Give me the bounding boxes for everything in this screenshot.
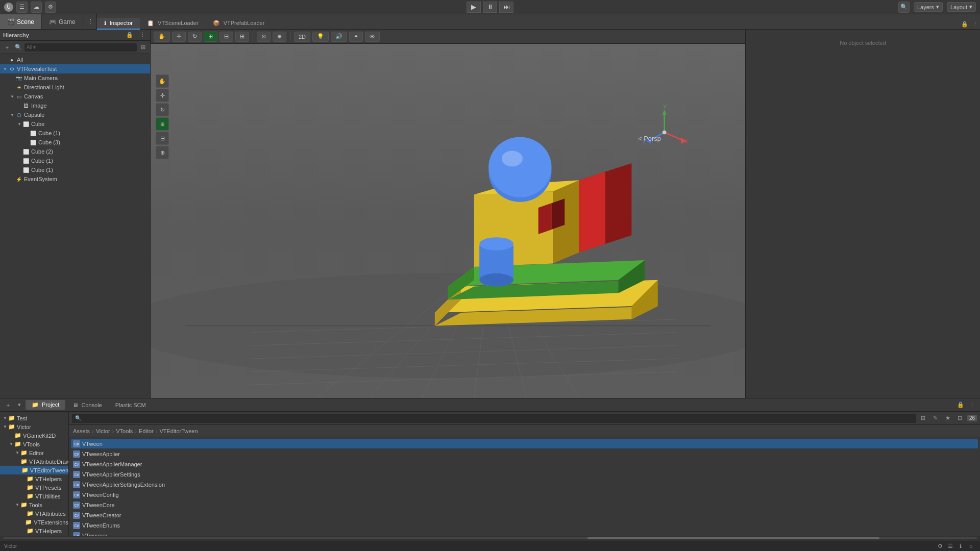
project-refresh-btn[interactable]: ⊞	[918, 413, 928, 423]
rotate-tool[interactable]: ↻	[188, 32, 202, 42]
file-item-9[interactable]: C#VTweener	[71, 531, 978, 536]
hierarchy-lock-btn[interactable]: 🔒	[125, 30, 135, 40]
hierarchy-item-vtrevealer[interactable]: ▼⚙VTRevealerTest	[0, 64, 150, 73]
rotate-left[interactable]: ↻	[156, 103, 169, 116]
breadcrumb-item-2[interactable]: VTools	[116, 428, 133, 434]
scene-tab-menu[interactable]: ⋮	[85, 16, 96, 28]
tab-console[interactable]: 🖥 Console	[66, 400, 108, 410]
hierarchy-item-dirlight[interactable]: ☀Directional Light	[0, 83, 150, 92]
status-settings-btn[interactable]: ⚙	[935, 541, 945, 552]
breadcrumb-item-3[interactable]: Editor	[139, 428, 154, 434]
project-tree-item-vteditor[interactable]: 📁VTEditorTween	[0, 466, 68, 474]
project-favorites-btn[interactable]: ★	[943, 413, 953, 423]
project-overflow-btn[interactable]: ⋮	[967, 400, 977, 410]
project-search[interactable]: 🔍	[72, 414, 916, 423]
tab-game[interactable]: 🎮 Game	[42, 14, 83, 29]
lighting-btn[interactable]: 💡	[312, 32, 329, 42]
transform-tool[interactable]: ⊞	[235, 32, 249, 42]
hierarchy-search-field[interactable]: All ▾	[24, 43, 137, 52]
hierarchy-add-btn[interactable]: +	[2, 42, 12, 53]
hand-tool-left[interactable]: ✋	[156, 74, 169, 88]
status-layers-btn[interactable]: ☰	[945, 541, 955, 552]
project-tree-item-vtutilities[interactable]: 📁VTUtilities	[0, 492, 68, 500]
project-tree-item-vtextensions[interactable]: 📁VTExtensions	[0, 518, 68, 527]
hierarchy-search-btn[interactable]: 🔍	[13, 42, 23, 53]
project-tree-item-vtattributes[interactable]: 📁VTAttributes	[0, 509, 68, 518]
rect-left[interactable]: ⊟	[156, 132, 169, 145]
hierarchy-item-cube2[interactable]: ⬜Cube (2)	[0, 147, 150, 156]
pivot-btn[interactable]: ⊙	[257, 32, 271, 42]
2d-btn[interactable]: 2D	[294, 32, 310, 42]
rect-tool[interactable]: ⊟	[219, 32, 233, 42]
tab-inspector[interactable]: ℹ Inspector	[97, 18, 140, 30]
file-item-5[interactable]: C#VTweenConfig	[71, 490, 978, 499]
file-item-2[interactable]: C#VTweenApplierManager	[71, 460, 978, 469]
hierarchy-item-cube_root[interactable]: ▼⬜Cube	[0, 119, 150, 129]
hierarchy-item-all[interactable]: ●All	[0, 55, 150, 64]
project-tree-item-vtattributedraw[interactable]: 📁VTAttributeDraw	[0, 457, 68, 466]
hierarchy-item-canvas[interactable]: ▼▭Canvas	[0, 92, 150, 101]
hierarchy-item-cube3[interactable]: ⬜Cube (3)	[0, 138, 150, 147]
project-tree-item-test[interactable]: ▼📁Test	[0, 414, 68, 422]
tab-project[interactable]: 📁 Project	[26, 400, 65, 410]
file-item-3[interactable]: C#VTweenApplierSettings	[71, 470, 978, 479]
status-progress-btn[interactable]: ○	[966, 541, 976, 552]
move-left[interactable]: ✛	[156, 89, 169, 102]
inspector-lock-btn[interactable]: 🔒	[960, 19, 970, 30]
global-btn[interactable]: ⊕	[273, 32, 286, 42]
search-btn[interactable]: 🔍	[898, 2, 910, 13]
hand-tool[interactable]: ✋	[154, 32, 170, 42]
settings-btn[interactable]: ⚙	[45, 2, 56, 13]
scene-view[interactable]: X Y Z < Persp ✋ ✛ ↻ ⊞ ⊟ ⊕	[151, 44, 745, 398]
scale-left[interactable]: ⊞	[156, 117, 169, 131]
file-item-0[interactable]: C#VTween	[71, 439, 978, 448]
audio-btn[interactable]: 🔊	[331, 32, 347, 42]
hierarchy-menu-btn[interactable]: ⋮	[137, 30, 147, 40]
project-tree-item-tools[interactable]: ▼📁Tools	[0, 500, 68, 509]
move-tool[interactable]: ✛	[172, 32, 186, 42]
pause-button[interactable]: ⏸	[483, 2, 497, 13]
project-tree-item-vgamekit2d[interactable]: 📁VGameKit2D	[0, 431, 68, 440]
project-tree-item-vtools[interactable]: ▼📁VTools	[0, 440, 68, 448]
tab-vtprefabloader[interactable]: 📦 VTPrefabLoader	[206, 18, 272, 30]
file-item-8[interactable]: C#VTweenEnums	[71, 521, 978, 530]
project-tree-item-vthelpers[interactable]: 📁VTHelpers	[0, 474, 68, 483]
project-tree-item-editor[interactable]: ▼📁Editor	[0, 448, 68, 457]
inspector-menu-btn[interactable]: ⋮	[970, 19, 980, 30]
project-tree-item-victor[interactable]: ▼📁Victor	[0, 422, 68, 431]
layers-dropdown[interactable]: Layers ▾	[914, 2, 943, 12]
hierarchy-item-cube1c[interactable]: ⬜Cube (1)	[0, 165, 150, 174]
hierarchy-filter-btn[interactable]: ⊞	[138, 42, 148, 53]
hierarchy-item-capsule[interactable]: ▼⬡Capsule	[0, 110, 150, 119]
file-item-6[interactable]: C#VTweenCore	[71, 500, 978, 510]
project-tree-item-vthelpers2[interactable]: 📁VTHelpers	[0, 527, 68, 535]
scale-tool[interactable]: ⊞	[204, 32, 217, 42]
hierarchy-item-maincamera[interactable]: 📷Main Camera	[0, 73, 150, 83]
hidden-btn[interactable]: 👁	[365, 32, 380, 42]
breadcrumb-item-0[interactable]: Assets	[73, 428, 90, 434]
file-item-1[interactable]: C#VTweenApplier	[71, 449, 978, 459]
project-add-btn[interactable]: +	[3, 400, 13, 410]
hamburger-btn[interactable]: ☰	[16, 2, 28, 13]
project-menu-btn[interactable]: ▾	[14, 400, 24, 410]
tab-scene[interactable]: 🎬 Scene	[0, 14, 42, 29]
unity-logo[interactable]: U	[4, 3, 13, 12]
tab-vtsceneloader[interactable]: 📋 VTSceneLoader	[140, 18, 206, 30]
hierarchy-item-image[interactable]: 🖼Image	[0, 101, 150, 110]
hierarchy-item-cube1b[interactable]: ⬜Cube (1)	[0, 156, 150, 165]
project-size-btn[interactable]: ⊡	[955, 413, 965, 423]
breadcrumb-item-4[interactable]: VTEditorTween	[159, 428, 198, 434]
fx-btn[interactable]: ✦	[349, 32, 363, 42]
hierarchy-item-eventsystem[interactable]: ⚡EventSystem	[0, 174, 150, 184]
tab-plasticscm[interactable]: Plastic SCM	[109, 400, 152, 410]
transform-left[interactable]: ⊕	[156, 146, 169, 159]
step-button[interactable]: ⏭	[499, 2, 513, 13]
status-info-btn[interactable]: ℹ	[955, 541, 966, 552]
file-item-4[interactable]: C#VTweenApplierSettingsExtension	[71, 480, 978, 489]
hierarchy-item-cube1[interactable]: ⬜Cube (1)	[0, 129, 150, 138]
project-filter-btn[interactable]: ✎	[930, 413, 941, 423]
project-lock-btn[interactable]: 🔒	[955, 400, 966, 410]
project-tree-item-vtpresets[interactable]: 📁VTPresets	[0, 483, 68, 492]
play-button[interactable]: ▶	[467, 2, 481, 13]
layout-dropdown[interactable]: Layout ▾	[947, 2, 976, 12]
